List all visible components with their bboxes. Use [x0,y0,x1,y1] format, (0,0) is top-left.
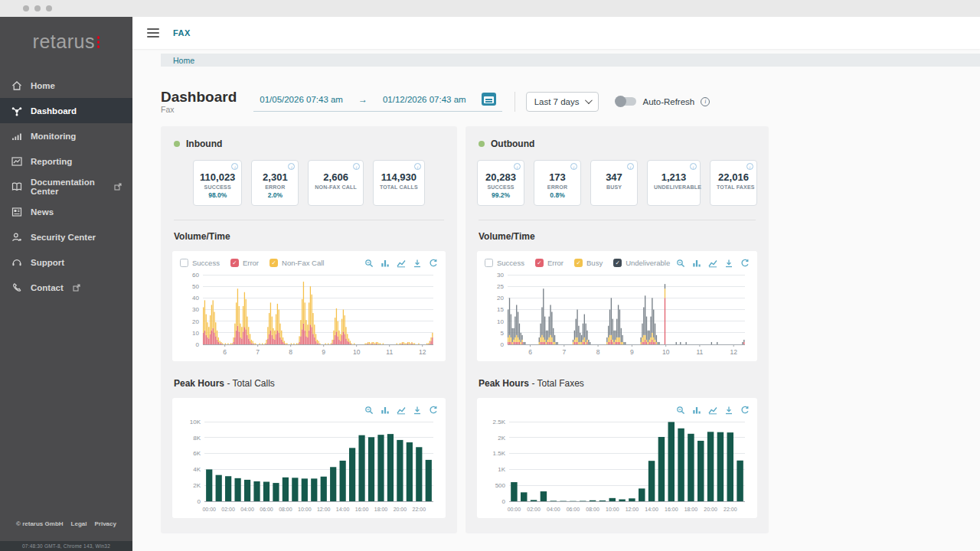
legend-checkbox[interactable]: ✓ [535,259,544,267]
info-icon[interactable]: i [231,163,238,170]
sidebar-item-contact[interactable]: Contact [0,275,132,300]
sidebar-item-dashboard[interactable]: Dashboard [0,98,132,123]
info-icon[interactable]: i [627,163,634,170]
legend-checkbox[interactable] [485,259,493,267]
legend-item-undeliverable[interactable]: ✓Undeliverable [613,259,670,267]
svg-text:08:00: 08:00 [279,507,292,512]
line-chart-icon[interactable] [708,406,717,415]
svg-text:20: 20 [497,295,504,302]
window-dot[interactable] [23,5,29,11]
svg-text:60: 60 [192,272,199,279]
line-chart-icon[interactable] [397,259,406,268]
legend-label: Error [243,259,259,267]
privacy-link[interactable]: Privacy [94,520,116,527]
info-icon[interactable]: i [746,163,753,170]
svg-text:14:00: 14:00 [645,507,658,512]
bar-chart-icon[interactable] [692,406,701,415]
date-from-input[interactable]: 01/05/2026 07:43 am [260,95,343,104]
svg-text:9: 9 [630,348,634,356]
zoom-icon[interactable] [676,406,685,415]
line-chart-icon[interactable] [397,406,406,415]
legend-item-success[interactable]: Success [485,259,524,267]
legend-checkbox[interactable]: ✓ [230,259,239,267]
info-icon[interactable]: i [514,163,521,170]
stat-label: TOTAL FAXES [717,184,750,190]
svg-text:9: 9 [322,348,325,356]
documentation-icon [11,181,23,193]
sidebar-item-reporting[interactable]: Reporting [0,148,132,174]
svg-text:1K: 1K [498,466,505,473]
window-dot[interactable] [34,5,41,11]
download-icon[interactable] [413,259,422,268]
zoom-icon[interactable] [364,259,374,268]
sidebar-item-support[interactable]: Support [0,249,132,275]
legend-item-busy[interactable]: ✓Busy [574,259,603,267]
svg-text:40: 40 [192,295,199,302]
stat-value: 114,930 [380,171,418,183]
info-icon[interactable]: i [353,163,360,170]
sidebar-item-security-center[interactable]: Security Center [0,224,132,249]
legend-item-error[interactable]: ✓Error [535,259,564,267]
hamburger-menu-icon[interactable] [147,28,159,37]
svg-text:6K: 6K [193,450,201,457]
info-icon[interactable]: i [690,163,697,170]
stat-card-error: i173ERROR0.8% [534,160,581,206]
legend-checkbox[interactable]: ✓ [613,259,622,267]
legend-item-error[interactable]: ✓Error [230,259,259,267]
bar-chart-icon[interactable] [381,406,390,415]
sidebar-item-home[interactable]: Home [0,73,132,98]
info-icon[interactable]: i [414,163,421,170]
svg-text:10: 10 [353,348,361,356]
info-icon[interactable]: i [288,163,295,170]
divider [514,92,515,112]
sidebar-item-monitoring[interactable]: Monitoring [0,123,132,148]
legal-link[interactable]: Legal [71,520,87,527]
download-icon[interactable] [724,259,733,268]
bar-chart-icon[interactable] [381,259,390,268]
auto-refresh-toggle[interactable] [616,97,636,106]
info-icon[interactable]: i [701,97,710,106]
svg-text:20: 20 [192,318,199,324]
refresh-icon[interactable] [740,406,750,415]
date-range-picker[interactable]: 01/05/2026 07:43 am → 01/12/2026 07:43 a… [253,91,501,112]
legend-item-non-fax-call[interactable]: ✓Non-Fax Call [270,259,324,267]
svg-text:7: 7 [256,348,260,356]
download-icon[interactable] [413,406,422,415]
legend-checkbox[interactable]: ✓ [270,259,278,267]
calendar-icon[interactable] [482,93,496,106]
chart-toolbar [676,406,750,415]
refresh-icon[interactable] [429,259,438,268]
window-dot[interactable] [46,5,52,11]
stat-label: ERROR [541,184,574,190]
zoom-icon[interactable] [364,406,374,415]
download-icon[interactable] [724,406,733,415]
legend-checkbox[interactable] [180,259,188,267]
date-to-input[interactable]: 01/12/2026 07:43 am [383,95,466,104]
outbound-volume-chart: 0510152025306789101112 [485,271,750,357]
debug-status-strip: 07:48:30 GMT-8, Chrome 143, Win32 [0,541,132,551]
range-select-dropdown[interactable]: Last 7 days [526,92,599,112]
security-icon [11,231,23,243]
zoom-icon[interactable] [676,259,685,268]
svg-text:20:00: 20:00 [704,507,717,512]
svg-text:04:00: 04:00 [240,507,254,512]
line-chart-icon[interactable] [708,259,717,268]
outbound-volume-chart-card: Success✓Error✓Busy✓Undeliverable 0510152… [477,251,757,361]
refresh-icon[interactable] [429,406,438,415]
legend-item-success[interactable]: Success [180,259,220,267]
stat-value: 1,213 [654,171,694,183]
sidebar-item-documentation-center[interactable]: Documentation Center [0,174,132,199]
breadcrumb-home[interactable]: Home [173,56,194,65]
volume-time-title: Volume/Time [174,231,446,242]
stat-percent: 99.2% [484,191,518,199]
sidebar-item-news[interactable]: News [0,199,132,224]
svg-text:0: 0 [501,341,505,348]
legend-checkbox[interactable]: ✓ [574,259,583,267]
stat-value: 110,023 [200,171,235,183]
svg-text:00:00: 00:00 [202,507,216,512]
refresh-icon[interactable] [740,259,750,268]
peak-hours-subtitle: - Total Faxes [531,378,583,389]
stat-label: BUSY [597,184,631,190]
info-icon[interactable]: i [570,163,577,170]
bar-chart-icon[interactable] [692,259,701,268]
